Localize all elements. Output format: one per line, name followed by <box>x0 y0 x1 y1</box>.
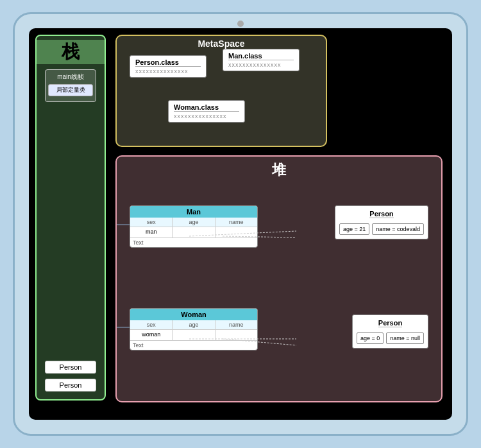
person-class-content: xxxxxxxxxxxxxxx <box>135 68 201 74</box>
tablet: 栈 main线帧 局部定量类 Person Person MetaSpace P… <box>13 12 468 436</box>
person-heap-1: Person age = 21 name = codevald <box>335 205 428 239</box>
woman-field-sex: sex <box>130 320 173 330</box>
woman-text-row: Text <box>130 340 257 350</box>
man-object-header: Man <box>130 206 257 218</box>
stack-person-2: Person <box>45 379 96 392</box>
stack-person-1: Person <box>45 361 96 374</box>
woman-value-name <box>215 330 257 340</box>
woman-object: Woman sex age name woman Text <box>130 308 258 350</box>
woman-object-values: woman <box>130 330 257 340</box>
man-class-content: xxxxxxxxxxxxxxx <box>228 62 294 68</box>
man-object: Man sex age name man Text <box>130 205 258 248</box>
person-class-box: Person.class xxxxxxxxxxxxxxx <box>130 55 207 78</box>
heap-panel: 堆 Man sex age name man Text <box>115 155 443 402</box>
man-value-age <box>173 227 215 237</box>
woman-class-title: Woman.class <box>174 103 239 112</box>
person-heap-2-title: Person <box>378 319 402 327</box>
man-field-age: age <box>173 218 215 227</box>
woman-value-age <box>173 330 215 340</box>
woman-value-sex: woman <box>130 330 173 340</box>
man-class-title: Man.class <box>228 52 294 60</box>
thread-label: main线帧 <box>57 73 84 82</box>
man-value-sex: man <box>130 227 173 237</box>
man-object-values: man <box>130 227 257 237</box>
man-field-name: name <box>215 218 257 227</box>
person-1-age: age = 21 <box>339 223 369 235</box>
stack-panel: 栈 main线帧 局部定量类 Person Person <box>35 35 106 401</box>
man-class-box: Man.class xxxxxxxxxxxxxxx <box>223 49 300 71</box>
woman-object-header: Woman <box>130 309 257 320</box>
tablet-home-button[interactable] <box>237 21 244 27</box>
stack-thread-frame: main线帧 局部定量类 <box>45 69 96 102</box>
person-heap-2: Person age = 0 name = null <box>352 314 428 349</box>
stack-title: 栈 <box>37 40 105 64</box>
man-object-fields: sex age name <box>130 218 257 227</box>
metaspace-title: MetaSpace <box>117 39 326 49</box>
person-1-name: name = codevald <box>372 223 424 235</box>
heap-inner: Man sex age name man Text Woman <box>117 180 441 399</box>
woman-object-fields: sex age name <box>130 320 257 330</box>
main-screen: 栈 main线帧 局部定量类 Person Person MetaSpace P… <box>29 28 452 420</box>
heap-title: 堆 <box>117 160 441 180</box>
person-2-name: name = null <box>386 332 424 344</box>
man-field-sex: sex <box>130 218 173 227</box>
person-class-title: Person.class <box>135 58 201 67</box>
person-heap-1-title: Person <box>369 210 393 218</box>
person-2-age: age = 0 <box>357 332 384 344</box>
local-var-box: 局部定量类 <box>48 84 93 96</box>
woman-field-age: age <box>173 320 215 330</box>
woman-class-content: xxxxxxxxxxxxxxx <box>174 113 239 119</box>
woman-field-name: name <box>215 320 257 330</box>
man-text-row: Text <box>130 237 257 247</box>
woman-class-box: Woman.class xxxxxxxxxxxxxxx <box>168 100 245 123</box>
metaspace-panel: MetaSpace Person.class xxxxxxxxxxxxxxx M… <box>115 35 327 147</box>
man-value-name <box>215 227 257 237</box>
